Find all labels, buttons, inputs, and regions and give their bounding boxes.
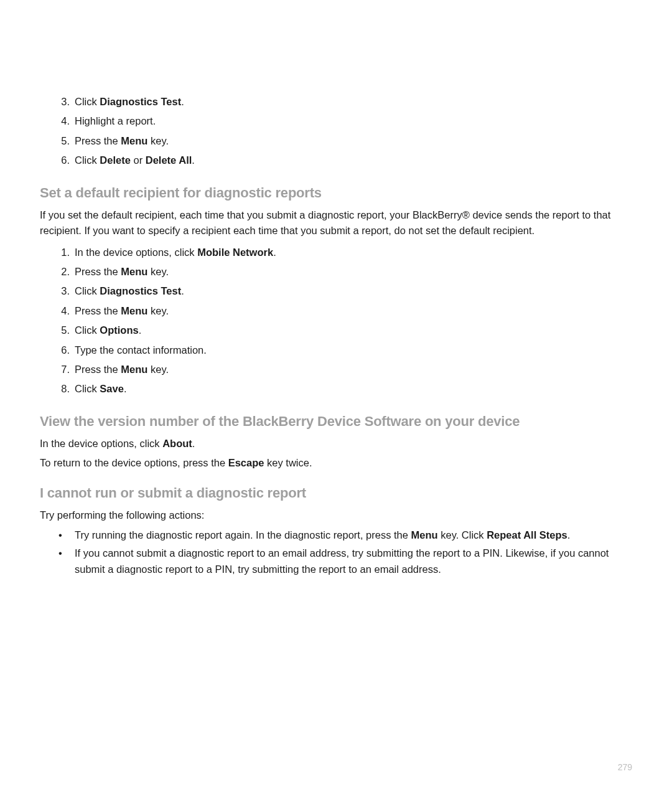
heading-cannot-run: I cannot run or submit a diagnostic repo…: [40, 485, 632, 501]
page-number: 279: [618, 762, 632, 772]
step-number: 5.: [55, 322, 70, 338]
list-item: 1. In the device options, click Mobile N…: [75, 244, 632, 260]
step-text: Click Options.: [75, 324, 141, 336]
list-item: 6. Type the contact information.: [75, 342, 632, 358]
step-text: Click Diagnostics Test.: [75, 96, 184, 107]
list-item: 3. Click Diagnostics Test.: [75, 93, 632, 110]
step-number: 6.: [55, 342, 70, 358]
step-text: Type the contact information.: [75, 344, 207, 356]
step-number: 7.: [55, 361, 70, 377]
list-item: 8. Click Save.: [75, 380, 632, 397]
step-text: Click Diagnostics Test.: [75, 285, 184, 296]
list-item: 3. Click Diagnostics Test.: [75, 283, 632, 299]
intro-paragraph: Try performing the following actions:: [40, 507, 632, 524]
heading-view-version: View the version number of the BlackBerr…: [40, 413, 632, 430]
intro-paragraph: If you set the default recipient, each t…: [40, 207, 632, 239]
step-text: Click Delete or Delete All.: [75, 154, 195, 166]
step-text: Click Save.: [75, 383, 126, 394]
list-item: 5. Click Options.: [75, 322, 632, 338]
body-line: In the device options, click About.: [40, 436, 632, 452]
step-number: 4.: [55, 303, 70, 319]
list-item: 5. Press the Menu key.: [75, 133, 632, 149]
step-number: 8.: [55, 380, 70, 397]
step-number: 2.: [55, 263, 70, 280]
heading-default-recipient: Set a default recipient for diagnostic r…: [40, 185, 632, 201]
step-number: 3.: [55, 93, 70, 110]
step-text: Press the Menu key.: [75, 364, 169, 375]
step-text: Highlight a report.: [75, 115, 156, 126]
list-item: 4. Press the Menu key.: [75, 303, 632, 319]
step-number: 5.: [55, 133, 70, 149]
body-line: To return to the device options, press t…: [40, 455, 632, 471]
view-version-body: In the device options, click About. To r…: [40, 436, 632, 471]
step-number: 4.: [55, 113, 70, 129]
list-item: 4. Highlight a report.: [75, 113, 632, 129]
list-item: 7. Press the Menu key.: [75, 361, 632, 377]
list-item: Try running the diagnostic report again.…: [75, 527, 632, 544]
step-number: 1.: [55, 244, 70, 260]
page-content: 3. Click Diagnostics Test. 4. Highlight …: [0, 0, 672, 577]
step-text: Press the Menu key.: [75, 135, 169, 146]
list-item: If you cannot submit a diagnostic report…: [75, 545, 632, 577]
step-text: Press the Menu key.: [75, 305, 169, 316]
step-text: In the device options, click Mobile Netw…: [75, 247, 276, 258]
step-text: Press the Menu key.: [75, 266, 169, 277]
list-item: 2. Press the Menu key.: [75, 263, 632, 280]
bullet-list-troubleshoot: Try running the diagnostic report again.…: [40, 527, 632, 578]
step-list-delete-report: 3. Click Diagnostics Test. 4. Highlight …: [40, 93, 632, 169]
list-item: 6. Click Delete or Delete All.: [75, 152, 632, 168]
step-list-default-recipient: 1. In the device options, click Mobile N…: [40, 244, 632, 397]
step-number: 6.: [55, 152, 70, 168]
step-number: 3.: [55, 283, 70, 299]
